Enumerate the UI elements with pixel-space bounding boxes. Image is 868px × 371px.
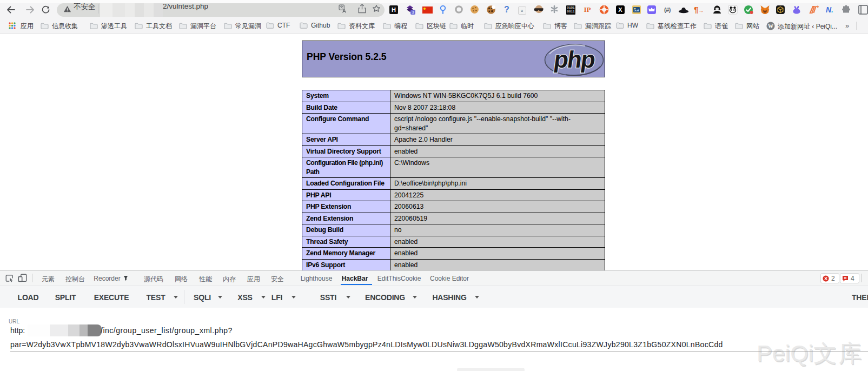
svg-text:3: 3 [412,10,414,15]
svg-text:W: W [768,23,773,29]
svg-text:php: php [552,46,597,72]
